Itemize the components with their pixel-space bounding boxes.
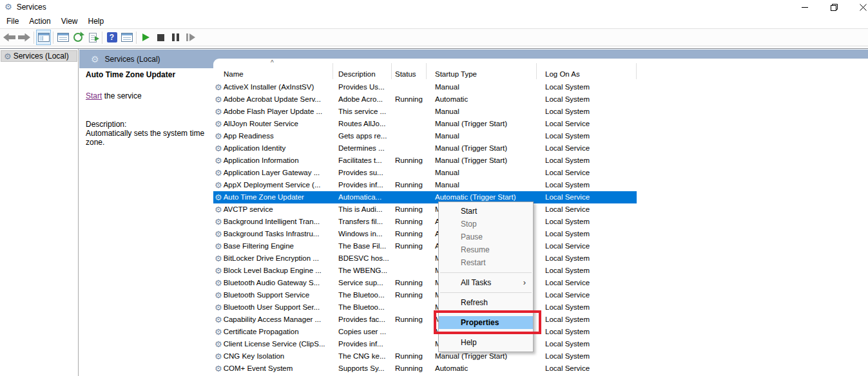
- column-separator[interactable]: [536, 63, 537, 79]
- cell-description: The Base Fil...: [333, 240, 392, 252]
- column-separator[interactable]: [636, 63, 637, 79]
- cell-status: Running: [392, 350, 427, 362]
- context-menu-item-stop[interactable]: Stop: [439, 218, 533, 230]
- tree-item-services-local[interactable]: ⚙ Services (Local): [1, 50, 77, 62]
- context-menu-item-pause[interactable]: Pause: [439, 230, 533, 243]
- stop-service-icon[interactable]: [153, 30, 168, 45]
- column-header-log-on-as[interactable]: Log On As: [545, 70, 580, 78]
- table-row[interactable]: ⚙AllJoyn Router ServiceRoutes AllJo...Ma…: [213, 118, 637, 130]
- cell-description: Automatica...: [333, 191, 392, 203]
- column-header-name[interactable]: Name: [224, 70, 244, 78]
- cell-name: ⚙Background Tasks Infrastru...: [213, 228, 333, 240]
- table-row[interactable]: ⚙Bluetooth User Support Ser...The Blueto…: [213, 301, 637, 314]
- cell-name: ⚙Application Information: [213, 155, 333, 167]
- selected-service-name: Auto Time Zone Updater: [86, 70, 218, 79]
- cell-name: ⚙AllJoyn Router Service: [213, 118, 333, 130]
- pause-service-icon[interactable]: [168, 30, 183, 45]
- cell-status: [392, 142, 427, 155]
- table-row[interactable]: ⚙Background Tasks Infrastru...Windows in…: [213, 228, 637, 240]
- cell-description: The CNG ke...: [333, 350, 392, 362]
- cell-startup-type: Manual: [427, 167, 537, 179]
- cell-log-on-as: Local Service: [537, 118, 637, 130]
- start-service-link[interactable]: Start: [86, 91, 102, 100]
- menu-action[interactable]: Action: [24, 15, 55, 27]
- context-menu-item-refresh[interactable]: Refresh: [439, 296, 533, 309]
- table-row[interactable]: ⚙Bluetooth Audio Gateway S...Service sup…: [213, 277, 637, 289]
- cell-log-on-as: Local System: [537, 179, 637, 191]
- table-row[interactable]: ⚙Client License Service (ClipS...Provide…: [213, 338, 637, 350]
- service-gear-icon: ⚙: [215, 254, 222, 263]
- table-row[interactable]: ⚙BitLocker Drive Encryption ...BDESVC ho…: [213, 252, 637, 265]
- table-row[interactable]: ⚙App ReadinessGets apps re...ManualLocal…: [213, 130, 637, 142]
- forward-icon[interactable]: [17, 30, 32, 45]
- context-menu-item-resume[interactable]: Resume: [439, 243, 533, 256]
- cell-description: This is Audi...: [333, 203, 392, 216]
- table-row[interactable]: ⚙Base Filtering EngineThe Base Fil...Run…: [213, 240, 637, 252]
- table-row[interactable]: ⚙Background Intelligent Tran...Transfers…: [213, 216, 637, 228]
- column-header-description[interactable]: Description: [338, 70, 376, 78]
- cell-status: [392, 118, 427, 130]
- table-row[interactable]: ⚙Adobe Acrobat Update Serv...Adobe Acro.…: [213, 93, 637, 106]
- context-menu-item-restart[interactable]: Restart: [439, 256, 533, 269]
- refresh-icon[interactable]: [70, 30, 85, 45]
- table-row[interactable]: ⚙AppX Deployment Service (...Provides in…: [213, 179, 637, 191]
- table-row[interactable]: ⚙Bluetooth Support ServiceThe Bluetoo...…: [213, 289, 637, 301]
- table-row[interactable]: ⚙CNG Key IsolationThe CNG ke...RunningMa…: [213, 350, 637, 362]
- table-row[interactable]: ⚙Block Level Backup Engine ...The WBENG.…: [213, 265, 637, 277]
- table-row[interactable]: ⚙Application Layer Gateway ...Provides s…: [213, 167, 637, 179]
- export-list-icon[interactable]: [85, 30, 100, 45]
- properties-window-icon[interactable]: [55, 30, 70, 45]
- restore-button[interactable]: [820, 0, 849, 14]
- toolbar-separator: [34, 32, 34, 44]
- context-menu-item-start[interactable]: Start: [439, 205, 533, 218]
- table-row[interactable]: ⚙ActiveX Installer (AxInstSV)Provides Us…: [213, 81, 637, 93]
- menu-file[interactable]: File: [1, 15, 24, 27]
- start-service-icon[interactable]: [139, 30, 153, 45]
- menu-help[interactable]: Help: [83, 15, 110, 27]
- table-row[interactable]: ⚙Auto Time Zone UpdaterAutomatica...Auto…: [213, 191, 637, 203]
- help-icon[interactable]: ?: [104, 30, 119, 45]
- cell-log-on-as: Local Service: [537, 142, 637, 155]
- window-controls: [791, 0, 868, 14]
- cell-startup-type: Manual: [427, 81, 537, 93]
- table-row[interactable]: ⚙Application InformationFacilitates t...…: [213, 155, 637, 167]
- close-button[interactable]: [849, 0, 868, 14]
- cell-description: The Bluetoo...: [333, 301, 392, 314]
- service-gear-icon: ⚙: [215, 169, 222, 177]
- column-header-status[interactable]: Status: [395, 70, 416, 78]
- restart-service-icon[interactable]: [183, 30, 198, 45]
- context-menu-item-help[interactable]: Help: [439, 336, 533, 349]
- cell-description: Windows in...: [333, 228, 392, 240]
- context-menu-item-all-tasks[interactable]: All Tasks›: [439, 276, 533, 289]
- annotation-red-box: [434, 310, 541, 334]
- service-gear-icon: ⚙: [215, 291, 222, 299]
- minimize-button[interactable]: [791, 0, 820, 14]
- service-gear-icon: ⚙: [215, 303, 222, 312]
- column-separator[interactable]: [333, 63, 333, 79]
- column-separator[interactable]: [391, 63, 392, 79]
- column-separator[interactable]: [426, 63, 427, 79]
- cell-status: Running: [392, 289, 427, 301]
- cell-description: Adobe Acro...: [333, 93, 392, 106]
- table-row[interactable]: ⚙AVCTP serviceThis is Audi...RunningManu…: [213, 203, 637, 216]
- service-gear-icon: ⚙: [215, 328, 222, 336]
- cell-name: ⚙Adobe Acrobat Update Serv...: [213, 93, 333, 106]
- menu-view[interactable]: View: [56, 15, 83, 27]
- column-header-startup-type[interactable]: Startup Type: [435, 70, 477, 78]
- show-console-tree-icon[interactable]: [36, 30, 51, 45]
- table-row[interactable]: ⚙Certificate PropagationCopies user ...M…: [213, 326, 637, 338]
- cell-status: [392, 338, 427, 350]
- cell-name: ⚙Background Intelligent Tran...: [213, 216, 333, 228]
- cell-description: Provides Us...: [333, 81, 392, 93]
- table-row[interactable]: ⚙COM+ Event SystemSupports Sy...RunningA…: [213, 362, 637, 375]
- band-title: Services (Local): [105, 55, 160, 64]
- service-gear-icon: ⚙: [215, 181, 222, 189]
- table-row[interactable]: ⚙Capability Access Manager ...Provides f…: [213, 314, 637, 326]
- extended-view-icon[interactable]: [119, 30, 134, 45]
- back-icon[interactable]: [2, 30, 17, 45]
- table-row[interactable]: ⚙Adobe Flash Player Update ...This servi…: [213, 106, 637, 118]
- cell-description: Provides su...: [333, 167, 392, 179]
- cell-status: [392, 326, 427, 338]
- table-row[interactable]: ⚙Application IdentityDetermines ...Manua…: [213, 142, 637, 155]
- cell-description: Facilitates t...: [333, 155, 392, 167]
